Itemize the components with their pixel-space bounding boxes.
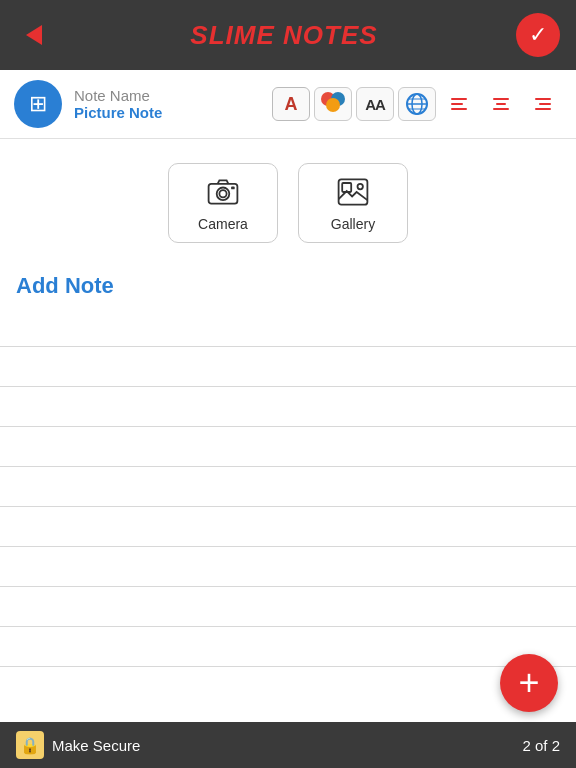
- note-line: [0, 387, 576, 427]
- note-info-bar: ⊞ Note Name Picture Note A AA: [0, 70, 576, 139]
- note-line: [0, 467, 576, 507]
- app-footer: 🔒 Make Secure 2 of 2: [0, 722, 576, 768]
- main-content: ⊞ Note Name Picture Note A AA: [0, 70, 576, 768]
- align-left-button[interactable]: [440, 87, 478, 121]
- align-right-icon: [533, 96, 553, 112]
- web-link-button[interactable]: [398, 87, 436, 121]
- title-notes: Notes: [283, 20, 378, 50]
- gallery-icon: [335, 174, 371, 210]
- lined-paper: [0, 307, 576, 667]
- note-icon-circle: ⊞: [14, 80, 62, 128]
- camera-icon: [205, 174, 241, 210]
- svg-rect-8: [231, 187, 235, 190]
- note-line: [0, 507, 576, 547]
- confirm-button[interactable]: ✓: [516, 13, 560, 57]
- add-icon: +: [518, 665, 539, 701]
- add-note-placeholder: Add Note: [0, 259, 576, 307]
- font-color-button[interactable]: A: [272, 87, 310, 121]
- note-type-label: Picture Note: [74, 104, 260, 121]
- align-right-button[interactable]: [524, 87, 562, 121]
- camera-label: Camera: [198, 216, 248, 232]
- note-name-label: Note Name: [74, 87, 260, 104]
- back-button[interactable]: [16, 17, 52, 53]
- note-line: [0, 307, 576, 347]
- color-circles-icon: [321, 92, 345, 116]
- align-left-icon: [449, 96, 469, 112]
- back-arrow-icon: [26, 25, 42, 45]
- footer-left: 🔒 Make Secure: [16, 731, 140, 759]
- align-center-icon: [491, 96, 511, 112]
- lock-icon: 🔒: [16, 731, 44, 759]
- page-count: 2 of 2: [522, 737, 560, 754]
- svg-point-7: [219, 190, 226, 197]
- note-line: [0, 427, 576, 467]
- gallery-button[interactable]: Gallery: [298, 163, 408, 243]
- note-text-info: Note Name Picture Note: [74, 87, 260, 121]
- gallery-label: Gallery: [331, 216, 375, 232]
- camera-button[interactable]: Camera: [168, 163, 278, 243]
- note-line: [0, 587, 576, 627]
- font-size-button[interactable]: AA: [356, 87, 394, 121]
- color-picker-button[interactable]: [314, 87, 352, 121]
- svg-point-11: [358, 184, 363, 189]
- font-a-label: A: [285, 94, 298, 115]
- globe-icon: [404, 91, 430, 117]
- font-aa-label: AA: [365, 96, 385, 113]
- media-section: Camera Gallery: [0, 139, 576, 259]
- add-button[interactable]: +: [500, 654, 558, 712]
- app-title: Slime Notes: [190, 20, 377, 51]
- title-slime: Slime: [190, 20, 274, 50]
- note-type-icon: ⊞: [29, 91, 47, 117]
- align-center-button[interactable]: [482, 87, 520, 121]
- note-line: [0, 347, 576, 387]
- checkmark-icon: ✓: [529, 24, 547, 46]
- formatting-toolbar: A AA: [272, 87, 562, 121]
- note-line: [0, 627, 576, 667]
- make-secure-label: Make Secure: [52, 737, 140, 754]
- note-area[interactable]: Add Note: [0, 259, 576, 667]
- note-line: [0, 547, 576, 587]
- app-header: Slime Notes ✓: [0, 0, 576, 70]
